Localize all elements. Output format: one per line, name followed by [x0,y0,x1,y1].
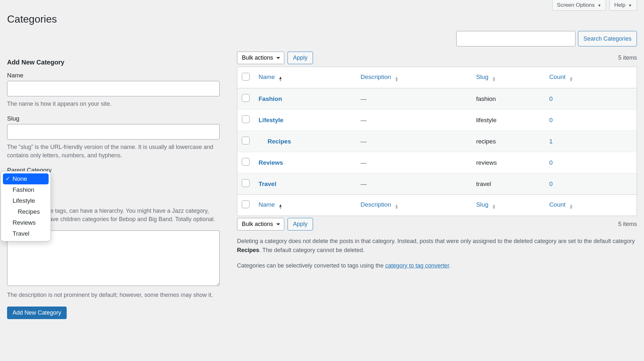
sort-icon: ▲▼ [569,204,573,210]
category-to-tag-converter-link[interactable]: category to tag converter [385,262,449,269]
delete-info-text: Deleting a category does not delete the … [237,237,637,255]
description-help: The description is not prominent by defa… [7,291,220,299]
parent-option[interactable]: Travel [3,228,49,239]
name-label: Name [7,72,220,79]
select-all-checkbox-top[interactable] [242,73,250,81]
screen-options-label: Screen Options [557,2,595,8]
add-new-category-button[interactable]: Add New Category [7,307,67,319]
col-name-footer[interactable]: Name ▲▼ [254,195,356,216]
categories-table: Name ▲▼ Description ▲▼ Slug ▲▼ Count ▲▼ [237,67,637,216]
category-link[interactable]: Lifestyle [259,117,283,123]
row-count-link[interactable]: 0 [549,117,553,123]
row-count-link[interactable]: 0 [549,180,553,187]
page-title: Categories [7,13,637,25]
search-input[interactable] [456,31,575,46]
row-description: — [361,159,367,166]
sort-icon: ▲▼ [395,204,399,210]
parent-option[interactable]: Recipes [3,206,49,217]
row-slug: reviews [476,159,497,166]
category-link[interactable]: Reviews [259,159,283,166]
sort-icon: ▲▼ [492,204,496,210]
parent-category-dropdown[interactable]: NoneFashionLifestyleRecipesReviewsTravel [1,171,51,241]
search-categories-button[interactable]: Search Categories [578,31,637,46]
bulk-apply-top[interactable]: Apply [288,52,313,64]
row-slug: travel [476,180,491,187]
select-all-checkbox-bottom[interactable] [242,200,250,208]
row-checkbox[interactable] [242,115,250,123]
bulk-actions-select-top[interactable]: Bulk actions [237,52,284,64]
caret-down-icon: ▼ [628,3,632,8]
name-input[interactable] [7,81,220,96]
row-count-link[interactable]: 0 [549,159,553,166]
items-count-top: 5 items [618,54,637,61]
row-checkbox[interactable] [242,158,250,166]
col-name-header[interactable]: Name ▲▼ [254,67,356,88]
row-slug: fashion [476,95,496,102]
add-new-heading: Add New Category [7,59,220,66]
table-row: Lifestyle — lifestyle 0 [237,110,637,131]
screen-options-toggle[interactable]: Screen Options ▼ [552,0,606,11]
bulk-actions-select-bottom[interactable]: Bulk actions [237,218,284,230]
parent-option[interactable]: Fashion [3,184,49,195]
bulk-apply-bottom[interactable]: Apply [288,218,313,230]
col-count-footer[interactable]: Count ▲▼ [545,195,637,216]
parent-option[interactable]: Lifestyle [3,195,49,206]
slug-input[interactable] [7,124,220,140]
row-checkbox[interactable] [242,179,250,187]
row-count-link[interactable]: 1 [549,138,553,145]
slug-help: The “slug” is the URL-friendly version o… [7,143,220,160]
sort-icon: ▲▼ [279,77,282,82]
table-row: Fashion — fashion 0 [237,88,637,110]
col-count-header[interactable]: Count ▲▼ [545,67,637,88]
row-description: — [361,117,367,123]
col-description-footer[interactable]: Description ▲▼ [356,195,472,216]
row-checkbox[interactable] [242,137,250,144]
row-checkbox[interactable] [242,94,250,102]
row-description: — [361,180,367,187]
slug-label: Slug [7,115,220,122]
sort-icon: ▲▼ [569,77,573,82]
row-slug: recipes [476,138,496,145]
name-help: The name is how it appears on your site. [7,100,220,108]
sort-icon: ▲▼ [395,77,399,82]
row-description: — [361,138,367,145]
parent-option[interactable]: Reviews [3,217,49,228]
category-link[interactable]: Fashion [259,95,282,102]
sort-icon: ▲▼ [279,204,282,210]
col-slug-header[interactable]: Slug ▲▼ [472,67,545,88]
help-toggle[interactable]: Help ▼ [609,0,637,11]
caret-down-icon: ▼ [598,3,601,8]
row-slug: lifestyle [476,117,497,123]
parent-option[interactable]: None [3,173,49,184]
category-link[interactable]: Recipes [259,138,291,145]
table-row: Reviews — reviews 0 [237,152,637,173]
category-link[interactable]: Travel [259,180,276,187]
convert-info-text: Categories can be selectively converted … [237,261,637,270]
sort-icon: ▲▼ [492,77,496,82]
help-label: Help [614,2,625,8]
col-slug-footer[interactable]: Slug ▲▼ [472,195,545,216]
table-row: Travel — travel 0 [237,173,637,195]
row-count-link[interactable]: 0 [549,95,553,102]
table-row: Recipes — recipes 1 [237,131,637,152]
row-description: — [361,95,367,102]
items-count-bottom: 5 items [618,221,637,228]
col-description-header[interactable]: Description ▲▼ [356,67,472,88]
